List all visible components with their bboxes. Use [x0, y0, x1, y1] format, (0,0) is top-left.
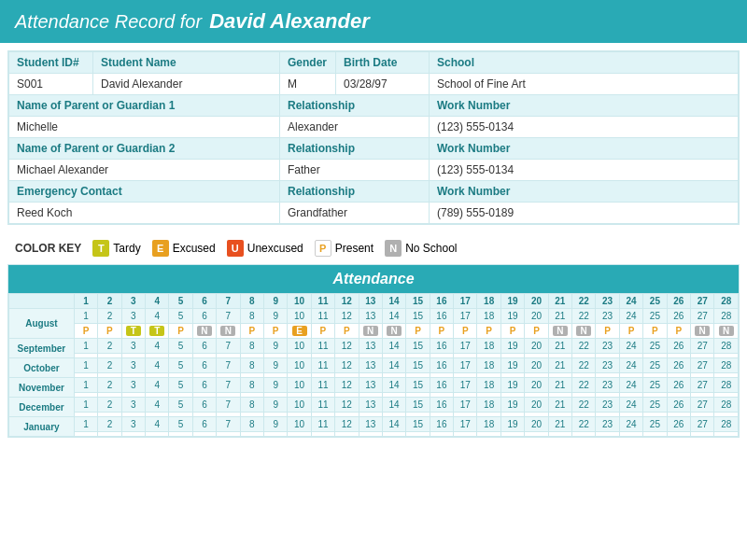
student-name-value: David Alexander — [93, 74, 280, 95]
att-cell-august-4: T — [146, 324, 169, 339]
emergency-label: Emergency Contact — [9, 181, 280, 203]
day-num-december-18: 18 — [477, 398, 500, 413]
day-num-august-26: 26 — [667, 309, 690, 324]
day-num-august-9: 9 — [263, 309, 287, 324]
day-num-august-1: 1 — [74, 309, 97, 324]
no-school-badge: N — [385, 240, 402, 257]
day-num-december-21: 21 — [548, 398, 571, 413]
att-cell-january-18 — [477, 432, 500, 437]
day-num-september-12: 12 — [335, 339, 359, 354]
day-num-october-11: 11 — [311, 358, 334, 373]
day-num-december-1: 1 — [74, 398, 97, 413]
day-num-january-21: 21 — [548, 417, 571, 432]
att-cell-january-11 — [311, 432, 334, 437]
day-header-12: 12 — [335, 294, 359, 309]
month-label-october: October — [9, 358, 75, 378]
day-num-december-19: 19 — [500, 398, 524, 413]
att-cell-january-26 — [667, 432, 690, 437]
att-record-row-january — [9, 432, 739, 437]
day-num-september-24: 24 — [619, 339, 642, 354]
day-num-november-3: 3 — [121, 378, 145, 393]
att-cell-august-6: N — [192, 324, 216, 339]
day-num-october-19: 19 — [500, 358, 524, 373]
day-num-november-18: 18 — [477, 378, 500, 393]
key-present: P Present — [315, 240, 374, 257]
att-cell-august-28: N — [714, 324, 739, 339]
day-header-6: 6 — [192, 294, 216, 309]
color-key-label: COLOR KEY — [15, 242, 81, 255]
day-num-january-9: 9 — [263, 417, 287, 432]
att-cell-august-5: P — [169, 324, 192, 339]
col-student-id: Student ID# — [9, 52, 93, 74]
day-num-august-16: 16 — [430, 309, 453, 324]
day-header-19: 19 — [500, 294, 524, 309]
day-num-november-4: 4 — [146, 378, 169, 393]
day-num-november-13: 13 — [359, 378, 382, 393]
day-number-row-november: November12345678910111213141516171819202… — [9, 378, 739, 393]
day-num-september-7: 7 — [217, 339, 240, 354]
day-num-october-18: 18 — [477, 358, 500, 373]
day-num-september-21: 21 — [548, 339, 571, 354]
day-num-december-2: 2 — [98, 398, 121, 413]
day-num-august-27: 27 — [691, 309, 714, 324]
day-num-october-24: 24 — [619, 358, 642, 373]
att-cell-january-24 — [619, 432, 642, 437]
key-excused: E Excused — [152, 240, 216, 257]
day-num-december-26: 26 — [667, 398, 690, 413]
day-header-28: 28 — [714, 294, 739, 309]
day-header-7: 7 — [217, 294, 240, 309]
day-num-october-6: 6 — [192, 358, 216, 373]
att-cell-august-2: P — [98, 324, 121, 339]
day-num-october-12: 12 — [335, 358, 359, 373]
parent2-relationship: Father — [280, 160, 430, 181]
day-num-october-5: 5 — [169, 358, 192, 373]
day-num-december-6: 6 — [192, 398, 216, 413]
day-num-january-4: 4 — [146, 417, 169, 432]
student-info-section: Student ID# Student Name Gender Birth Da… — [7, 50, 740, 225]
day-num-september-4: 4 — [146, 339, 169, 354]
day-header-11: 11 — [311, 294, 334, 309]
day-num-january-27: 27 — [691, 417, 714, 432]
key-unexcused: U Unexcused — [227, 240, 303, 257]
day-header-9: 9 — [263, 294, 287, 309]
day-num-december-17: 17 — [454, 398, 477, 413]
day-num-september-16: 16 — [430, 339, 453, 354]
day-num-october-14: 14 — [382, 358, 405, 373]
day-num-august-10: 10 — [288, 309, 311, 324]
day-num-september-6: 6 — [192, 339, 216, 354]
day-num-december-14: 14 — [382, 398, 405, 413]
day-num-october-23: 23 — [596, 358, 619, 373]
day-num-november-7: 7 — [217, 378, 240, 393]
att-cell-january-25 — [643, 432, 667, 437]
att-record-row-august: PPTTPNNPPEPPNNPPPPPPNNPPPPNN — [9, 324, 739, 339]
day-num-august-2: 2 — [98, 309, 121, 324]
day-num-december-22: 22 — [572, 398, 596, 413]
present-badge: P — [315, 240, 331, 257]
att-cell-august-15: P — [406, 324, 430, 339]
day-header-3: 3 — [121, 294, 145, 309]
day-num-november-6: 6 — [192, 378, 216, 393]
birth-date-value: 03/28/97 — [336, 74, 430, 95]
parent2-header-row: Name of Parent or Guardian 2 Relationshi… — [9, 138, 739, 160]
col-birth-date: Birth Date — [336, 52, 430, 74]
day-num-august-11: 11 — [311, 309, 334, 324]
day-num-september-26: 26 — [667, 339, 690, 354]
day-num-january-19: 19 — [500, 417, 524, 432]
att-cell-january-6 — [192, 432, 216, 437]
day-num-august-15: 15 — [406, 309, 430, 324]
day-num-january-22: 22 — [572, 417, 596, 432]
day-num-september-19: 19 — [500, 339, 524, 354]
day-num-august-18: 18 — [477, 309, 500, 324]
day-num-january-23: 23 — [596, 417, 619, 432]
day-num-december-5: 5 — [169, 398, 192, 413]
present-label: Present — [335, 242, 374, 255]
att-cell-august-23: P — [596, 324, 619, 339]
day-num-december-28: 28 — [714, 398, 739, 413]
att-cell-january-17 — [454, 432, 477, 437]
day-num-september-11: 11 — [311, 339, 334, 354]
emergency-work-label: Work Number — [430, 181, 739, 203]
day-num-january-13: 13 — [359, 417, 382, 432]
day-num-november-5: 5 — [169, 378, 192, 393]
day-num-october-3: 3 — [121, 358, 145, 373]
day-num-january-3: 3 — [121, 417, 145, 432]
